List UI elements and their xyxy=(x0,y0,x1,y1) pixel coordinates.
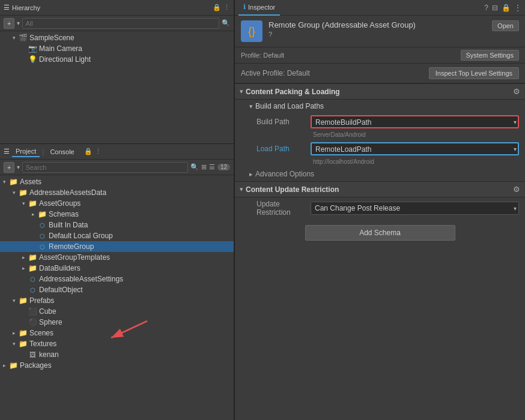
update-restriction-dropdown[interactable]: Can Change Post Release xyxy=(311,202,519,215)
section-content-update-title: Content Update Restriction xyxy=(246,185,339,194)
project-label-kenan: kenan xyxy=(39,350,59,359)
prefabs-arrow xyxy=(10,296,18,305)
asset-name: Remote Group (Addressable Asset Group) xyxy=(269,20,486,29)
scene-icon: 🎬 xyxy=(18,33,28,43)
section-content-update-header[interactable]: Content Update Restriction ⚙ xyxy=(235,181,525,197)
hierarchy-item-maincamera[interactable]: 📷 Main Camera xyxy=(0,43,234,54)
open-button[interactable]: Open xyxy=(492,20,519,31)
project-item-prefabs[interactable]: 📁 Prefabs xyxy=(0,295,234,306)
system-settings-button[interactable]: System Settings xyxy=(461,50,519,61)
tab-console[interactable]: Console xyxy=(46,147,77,157)
schemas-arrow xyxy=(29,210,37,218)
update-restriction-row: Update Restriction Can Change Post Relea… xyxy=(235,197,525,219)
hierarchy-search-input[interactable] xyxy=(22,18,219,29)
project-item-textures[interactable]: 📁 Textures xyxy=(0,338,234,349)
project-item-schemas[interactable]: 📁 Schemas xyxy=(0,209,234,220)
addressableassetsdata-icon: 📁 xyxy=(18,188,28,197)
project-item-cube[interactable]: ⬛ Cube xyxy=(0,306,234,317)
inspector-tab-bar: ℹ Inspector ? ⊟ 🔒 ⋮ xyxy=(235,0,525,16)
project-lock-icon[interactable]: 🔒 xyxy=(84,148,93,155)
advanced-options-row[interactable]: Advanced Options xyxy=(235,167,525,181)
section-content-packing-header[interactable]: Content Packing & Loading ⚙ xyxy=(235,83,525,100)
remotegroup-icon: ⬡ xyxy=(37,242,47,251)
hierarchy-lock-icon[interactable]: 🔒 xyxy=(213,4,221,11)
hierarchy-arrow-placeholder xyxy=(19,44,28,53)
project-item-scenes[interactable]: 📁 Scenes xyxy=(0,328,234,338)
hierarchy-arrow-samplescene xyxy=(10,34,18,42)
hierarchy-item-samplescene[interactable]: 🎬 SampleScene xyxy=(0,32,234,43)
content-packing-gear-icon[interactable]: ⚙ xyxy=(513,87,520,96)
project-item-builtindata[interactable]: ⬡ Built In Data xyxy=(0,220,234,230)
section-content-packing-arrow xyxy=(240,88,243,95)
project-item-addressableassetsettings[interactable]: ⬡ AddressableAssetSettings xyxy=(0,274,234,284)
inspector-lock-icon[interactable]: 🔒 xyxy=(502,4,511,12)
asset-question-icon[interactable]: ? xyxy=(269,31,272,38)
project-label-databuilders: DataBuilders xyxy=(39,264,80,272)
profile-label: Profile: Default xyxy=(241,52,284,59)
hierarchy-arrow-placeholder2 xyxy=(19,55,28,64)
build-load-paths-header[interactable]: Build and Load Paths xyxy=(235,100,525,113)
project-label-addressableassetsettings: AddressableAssetSettings xyxy=(39,275,123,283)
camera-icon: 📷 xyxy=(28,44,37,53)
addressableassetsdata-arrow xyxy=(10,188,18,197)
asset-header: {} Remote Group (Addressable Asset Group… xyxy=(235,16,525,47)
texture-icon: 🖼 xyxy=(28,350,37,359)
inspect-top-level-settings-button[interactable]: Inspect Top Level Settings xyxy=(429,67,519,79)
add-schema-button[interactable]: Add Schema xyxy=(305,225,455,241)
builtindata-icon: ⬡ xyxy=(37,220,47,230)
load-path-dropdown[interactable]: RemoteLoadPath xyxy=(311,142,519,155)
tab-project[interactable]: Project xyxy=(12,146,40,157)
hierarchy-more-icon[interactable]: ⋮ xyxy=(223,4,230,11)
prefabs-icon: 📁 xyxy=(18,296,28,305)
hierarchy-menu-icon: ☰ xyxy=(4,4,10,11)
light-icon: 💡 xyxy=(28,55,37,64)
project-more-icon[interactable]: ⋮ xyxy=(95,148,102,155)
asset-info: Remote Group (Addressable Asset Group) ? xyxy=(269,20,486,38)
project-arrow-icon: ▾ xyxy=(17,164,20,170)
section-content-update-arrow xyxy=(240,185,243,193)
hierarchy-search-icon: 🔍 xyxy=(222,19,230,27)
asset-controls: ? xyxy=(269,31,486,38)
project-item-assetgroups[interactable]: 📁 AssetGroups xyxy=(0,198,234,209)
project-search-input[interactable] xyxy=(22,162,187,173)
inspector-more-icon[interactable]: ⋮ xyxy=(514,4,521,12)
project-item-sphere[interactable]: ⚫ Sphere xyxy=(0,317,234,328)
project-filter-icon[interactable]: ☰ xyxy=(209,163,215,171)
project-item-defaultlocalgroup[interactable]: ⬡ Default Local Group xyxy=(0,230,234,241)
project-label-addressableassetsdata: AddressableAssetsData xyxy=(29,188,106,197)
hierarchy-arrow-icon: ▾ xyxy=(17,20,20,26)
project-label-assetgroups: AssetGroups xyxy=(39,199,80,208)
inspector-content: {} Remote Group (Addressable Asset Group… xyxy=(235,16,525,420)
hierarchy-add-button[interactable]: + xyxy=(4,18,14,29)
project-item-assetgrouptemplates[interactable]: 📁 AssetGroupTemplates xyxy=(0,252,234,263)
project-label-defaultobject: DefaultObject xyxy=(39,286,83,294)
inspector-tab[interactable]: ℹ Inspector xyxy=(238,0,280,16)
content-update-gear-icon[interactable]: ⚙ xyxy=(513,185,520,194)
project-label-assetgrouptemplates: AssetGroupTemplates xyxy=(39,253,110,262)
project-label-schemas: Schemas xyxy=(49,210,79,218)
load-path-control: RemoteLoadPath ▾ xyxy=(311,142,519,155)
project-item-remotegroup[interactable]: ⬡ RemoteGroup xyxy=(0,241,234,252)
project-item-kenan[interactable]: 🖼 kenan xyxy=(0,349,234,360)
inspector-question-icon[interactable]: ? xyxy=(484,4,488,12)
build-path-dropdown[interactable]: RemoteBuildPath xyxy=(311,115,519,128)
advanced-options-label: Advanced Options xyxy=(255,170,314,178)
build-load-paths-arrow xyxy=(249,103,253,110)
inspector-layout-icon[interactable]: ⊟ xyxy=(492,4,498,12)
project-item-defaultobject[interactable]: ⬡ DefaultObject xyxy=(0,284,234,295)
project-item-assets[interactable]: 📁 Assets xyxy=(0,176,234,187)
project-add-button[interactable]: + xyxy=(4,162,14,173)
project-menu-icon: ☰ xyxy=(4,148,10,155)
sphere-icon: ⚫ xyxy=(28,317,37,327)
assets-folder-icon: 📁 xyxy=(8,177,18,187)
project-item-databuilders[interactable]: 📁 DataBuilders xyxy=(0,263,234,274)
project-item-packages[interactable]: 📁 Packages xyxy=(0,360,234,371)
hierarchy-item-directionallight[interactable]: 💡 Directional Light xyxy=(0,54,234,65)
section-content-packing-title: Content Packing & Loading xyxy=(246,88,340,96)
project-panel-header: ☰ Project | Console 🔒 ⋮ xyxy=(0,144,234,160)
build-path-control: RemoteBuildPath ▾ xyxy=(311,115,519,128)
hierarchy-label-directionallight: Directional Light xyxy=(39,55,91,64)
project-layout-icon[interactable]: ⊞ xyxy=(201,163,207,171)
section-content-packing: Content Packing & Loading ⚙ Build and Lo… xyxy=(235,83,525,181)
project-item-addressableassetsdata[interactable]: 📁 AddressableAssetsData xyxy=(0,187,234,198)
